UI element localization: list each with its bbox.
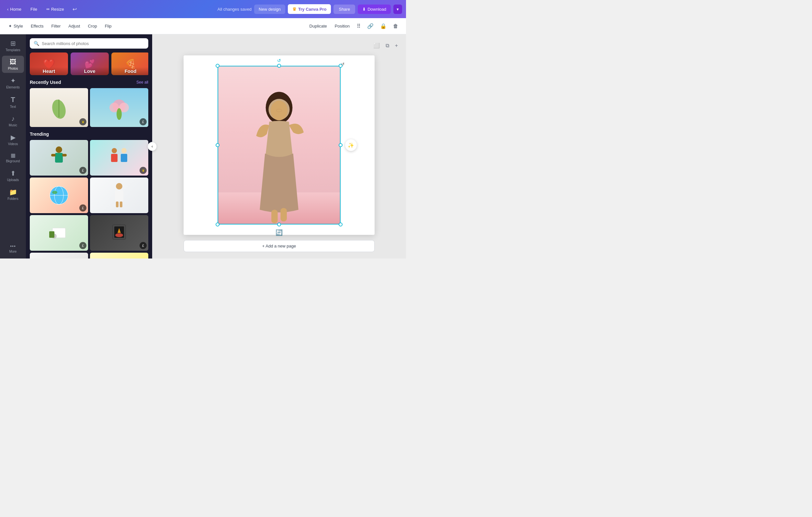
link-button[interactable]: 🔗 — [365, 21, 376, 31]
trending-photo-2[interactable]: ♛ — [90, 140, 148, 175]
effects-button[interactable]: Effects — [28, 22, 47, 30]
search-input[interactable] — [42, 41, 144, 46]
sidebar-item-background[interactable]: ▦ Bkground — [2, 149, 24, 166]
flip-button[interactable]: Flip — [102, 22, 115, 30]
sidebar-item-videos[interactable]: ▶ Videos — [2, 131, 24, 148]
sidebar-item-uploads[interactable]: ⬆ Uploads — [2, 167, 24, 184]
crop-button[interactable]: Crop — [85, 22, 100, 30]
cooking-man-illustration — [49, 145, 69, 171]
trending-photo-1[interactable]: £ — [30, 140, 88, 175]
pound-icon-1: £ — [82, 169, 84, 172]
food-chip-label: Food — [111, 67, 148, 75]
secondary-toolbar: ✦ Style Effects Filter Adjust Crop Flip … — [0, 18, 406, 34]
trending-photo-7[interactable]: 🌿 — [30, 253, 88, 258]
delete-button[interactable]: 🗑 — [390, 21, 401, 31]
trending-photo-4[interactable] — [90, 178, 148, 213]
download-button[interactable]: ⬇ Download — [358, 4, 391, 14]
canvas-area: ⬜ ⧉ + — [152, 34, 406, 258]
crop-rotate-top-handle[interactable]: ↺ — [277, 58, 281, 63]
sidebar-item-elements[interactable]: ✦ Elements — [2, 74, 24, 92]
home-button[interactable]: ‹ Home — [4, 5, 25, 13]
hide-panel-button[interactable]: ‹ — [148, 142, 157, 151]
copy-page-button[interactable]: ⧉ — [384, 41, 391, 50]
recently-used-grid: ♛ £ — [30, 88, 148, 127]
canvas-frame: ↺ ↺ 🔄 ✨ — [183, 55, 375, 235]
selected-image-wrapper: ↺ ↺ 🔄 ✨ — [218, 66, 341, 224]
add-new-page-button[interactable]: + Add a new page — [183, 240, 375, 252]
svg-point-6 — [56, 146, 62, 153]
crop-handle-bottom-right[interactable] — [339, 222, 343, 226]
crop-handle-bottom-center[interactable] — [277, 222, 281, 226]
svg-rect-25 — [49, 231, 54, 238]
crop-handle-middle-right[interactable] — [339, 143, 343, 147]
category-chip-love[interactable]: 💕 Love — [70, 53, 109, 75]
crop-handle-bottom-left[interactable] — [215, 222, 220, 226]
heart-chip-label: Heart — [30, 67, 68, 75]
category-chip-heart[interactable]: ❤️ Heart — [30, 53, 68, 75]
search-box[interactable]: 🔍 — [30, 38, 148, 49]
sidebar-item-photos[interactable]: 🖼 Photos — [2, 56, 24, 73]
photos-icon: 🖼 — [10, 58, 16, 66]
position-button[interactable]: Position — [331, 22, 353, 30]
canvas-toolbar: ⬜ ⧉ + — [372, 41, 400, 50]
trending-photo-5[interactable]: £ — [30, 215, 88, 251]
elements-icon: ✦ — [10, 77, 16, 85]
svg-rect-22 — [120, 201, 122, 207]
see-all-button[interactable]: See all — [136, 80, 148, 85]
new-design-button[interactable]: New design — [254, 4, 285, 14]
folders-icon: 📁 — [9, 188, 17, 196]
woman-canvas-illustration — [233, 90, 325, 224]
search-icon: 🔍 — [34, 41, 39, 46]
sidebar-item-folders[interactable]: 📁 Folders — [2, 186, 24, 203]
lock-button[interactable]: 🔒 — [378, 21, 389, 31]
trending-photo-8[interactable]: 👨‍🍳 — [90, 253, 148, 258]
trending-title: Trending — [30, 132, 49, 137]
chevron-down-icon: ▾ — [397, 7, 399, 12]
add-page-icon-button[interactable]: + — [394, 41, 400, 50]
try-pro-button[interactable]: ♛ Try Canva Pro — [288, 4, 331, 14]
selected-image[interactable] — [218, 66, 341, 224]
sparkle-icon: ✨ — [348, 142, 354, 148]
sidebar-item-text[interactable]: T Text — [2, 93, 24, 111]
recently-used-photo-1[interactable]: ♛ — [30, 88, 88, 127]
rotate-corner-icon[interactable]: ↺ — [341, 62, 345, 66]
page-view-button[interactable]: ⬜ — [372, 41, 381, 50]
filter-button[interactable]: Filter — [48, 22, 64, 30]
category-chip-food[interactable]: 🍕 Food — [111, 53, 148, 75]
photos-panel: 🔍 ❤️ Heart 💕 Love 🍕 Food — [26, 34, 152, 258]
undo-button[interactable]: ↩ — [70, 5, 79, 13]
resize-button[interactable]: ⇔ Resize — [43, 5, 67, 13]
sidebar-item-templates[interactable]: ⊞ Templates — [2, 37, 24, 54]
trash-icon: 🗑 — [393, 23, 398, 29]
sidebar-item-more[interactable]: ••• More — [2, 241, 24, 256]
trending-badge-3: £ — [79, 205, 86, 212]
share-button[interactable]: Share — [334, 4, 355, 14]
crop-handle-middle-left[interactable] — [215, 143, 220, 147]
pound-icon-5: £ — [82, 244, 84, 247]
crop-handle-top-center[interactable] — [277, 64, 281, 68]
adjust-button[interactable]: Adjust — [65, 22, 83, 30]
ai-enhance-button[interactable]: ✨ — [345, 139, 357, 151]
svg-rect-34 — [280, 208, 287, 221]
crop-rotate-bottom-handle[interactable]: 🔄 — [276, 229, 283, 236]
download-dropdown-button[interactable]: ▾ — [394, 4, 402, 14]
crop-handle-top-left[interactable] — [215, 64, 220, 68]
sidebar-item-music[interactable]: ♪ Music — [2, 112, 24, 130]
resize-label: Resize — [51, 7, 64, 12]
woman-pink-illustration — [111, 182, 127, 208]
duplicate-button[interactable]: Duplicate — [306, 22, 330, 30]
file-button[interactable]: File — [27, 5, 40, 13]
photo-badge-1: ♛ — [79, 118, 86, 125]
svg-point-32 — [271, 101, 288, 120]
trending-photo-3[interactable]: £ — [30, 178, 88, 213]
selected-image-container[interactable]: ↺ ↺ 🔄 — [218, 66, 341, 224]
style-button[interactable]: ✦ Style — [5, 22, 26, 30]
trending-photo-6[interactable]: £ — [90, 215, 148, 251]
recently-used-photo-2[interactable]: £ — [90, 88, 148, 127]
download-icon: ⬇ — [362, 7, 366, 12]
kitchen-illustration — [46, 222, 72, 244]
trending-badge-1: £ — [79, 167, 86, 174]
grid-icon-button[interactable]: ⠿ — [354, 21, 363, 31]
file-label: File — [30, 7, 37, 12]
flowers-illustration — [108, 94, 130, 120]
